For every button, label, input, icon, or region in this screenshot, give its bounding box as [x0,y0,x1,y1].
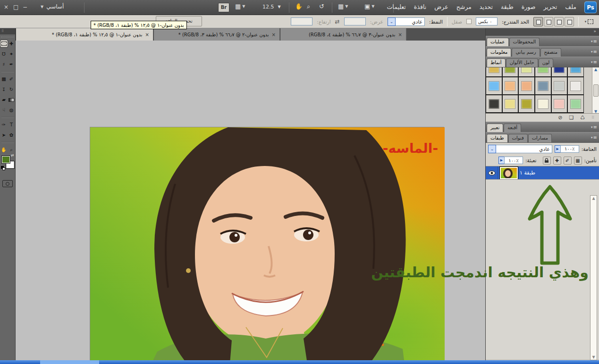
add-to-selection-button[interactable] [544,17,553,26]
lock-pixels-button[interactable]: ✐ [564,157,572,165]
hand-tool-button[interactable]: ✋ [295,3,303,10]
foreground-color-swatch[interactable] [1,156,10,164]
slider-arrow-icon[interactable]: ▶ [498,157,504,164]
fill-field[interactable]: ٪١٠٠ ▶ [498,157,523,164]
panel-menu-button[interactable]: ▾ ≡ [591,39,597,44]
layer-visibility-toggle[interactable] [486,166,498,180]
view-extras-button[interactable]: ▦ ▼ [235,3,245,10]
style-select[interactable]: عادي ⌄ [388,17,425,26]
style-swatch[interactable] [535,95,551,113]
close-tab-icon[interactable]: × [272,32,276,37]
clear-style-button[interactable]: ⊘ [558,115,562,121]
style-swatch[interactable] [567,67,584,77]
style-swatch[interactable] [535,77,551,95]
style-swatch[interactable] [486,95,502,113]
info-histogram-navigator-tab-1[interactable]: رسم بياني [512,48,540,57]
close-tab-icon[interactable]: × [145,32,149,37]
collapse-panels-button[interactable]: » [486,28,599,36]
adjustments-masks-tab-0[interactable]: تعيير [487,124,503,132]
layers-tab-0[interactable]: طبقات [487,134,508,142]
scrollbar-thumb[interactable] [593,84,599,97]
slider-arrow-icon[interactable]: ▶ [555,145,560,153]
eyedropper-tool[interactable]: ✒ [8,61,15,68]
document-tab-1[interactable]: × بدون عنوان-١ @ ١٢٫٥ % (طبقة ١، RGB/8) … [16,28,153,41]
rotate-view-button[interactable]: ↺ [319,3,324,10]
brush-tool[interactable]: ✐ [8,75,15,83]
style-swatch[interactable] [518,67,535,77]
workspace-switcher[interactable]: أساسي ▼ [41,3,64,10]
quick-selection-tool[interactable]: ✦ [8,50,15,58]
style-swatch[interactable] [567,113,584,113]
clone-stamp-tool[interactable]: ↧ [0,86,8,93]
style-swatch[interactable] [551,95,568,113]
close-tab-icon[interactable]: × [398,32,402,37]
swap-colors-icon[interactable]: ⇄ [11,153,14,157]
toolbox-header[interactable]: ⠿ [0,28,15,34]
document-tab-2[interactable]: × بدون عنوان-٢ @ ٦٦٫٧ % (طبقة ٣، RGB/8) … [153,28,280,41]
zoom-tool-button[interactable]: ⌕ [307,3,310,10]
menu-item-0[interactable]: ملف [565,3,576,10]
width-input[interactable] [344,17,366,25]
menu-item-7[interactable]: نافذة [414,3,426,10]
delete-style-button[interactable]: ♺ [580,115,585,121]
style-swatch[interactable] [535,67,551,77]
layer-name[interactable]: طبقة ١ [520,170,535,176]
styles-swatches-color-tab-0[interactable]: أنماط [487,58,506,67]
style-swatch[interactable] [518,77,535,95]
style-swatch[interactable] [502,95,519,113]
chevron-down-icon[interactable]: ⌄ [488,145,496,153]
actions-history-tab-1[interactable]: المحفوظات [509,38,540,46]
menu-item-8[interactable]: تعليمات [387,3,406,10]
lock-transparency-button[interactable]: ▦ [574,157,582,165]
layers-scrollbar[interactable]: ▲ ▼ [590,195,597,360]
new-style-button[interactable]: ❏ [569,115,574,121]
layer-row[interactable]: طبقة ١ [486,166,599,179]
photo-document[interactable]: -الماسه- [90,127,444,363]
lock-position-button[interactable]: ✚ [553,157,561,165]
panel-menu-button[interactable]: ▾ ≡ [591,124,597,130]
height-input[interactable] [291,17,312,25]
default-colors-icon[interactable] [1,166,6,171]
chevron-down-icon[interactable]: ⌄ [388,17,396,26]
crop-tool[interactable]: ♯ [0,61,8,68]
swap-dimensions-icon[interactable]: ⇄ [335,18,340,25]
hand-tool[interactable]: ✋ [0,146,8,153]
style-swatch[interactable] [486,67,502,77]
rectangular-marquee-tool[interactable] [0,40,8,47]
tool-preset-picker[interactable]: ▾ [583,17,595,26]
layer-thumbnail[interactable] [500,167,518,179]
history-brush-tool[interactable]: ↻ [8,86,15,93]
panel-menu-button[interactable]: ▾ ≡ [591,135,597,140]
antialias-checkbox[interactable] [466,19,472,24]
subtract-from-selection-button[interactable] [554,17,564,26]
style-swatch[interactable] [502,67,519,77]
panel-menu-button[interactable]: ▾ ≡ [591,49,597,54]
panel-menu-button[interactable]: ▾ ≡ [591,59,597,65]
path-selection-tool[interactable]: ➤ [0,132,8,139]
menu-item-4[interactable]: تحديد [480,3,493,10]
style-swatch[interactable] [535,113,551,113]
minimize-window-icon[interactable]: − [23,4,27,10]
pen-tool[interactable]: ✑ [0,121,8,128]
style-swatch[interactable] [567,77,584,95]
dodge-tool[interactable]: ◍ [8,107,15,114]
layers-tab-1[interactable]: قنوات [508,134,528,142]
scroll-down-icon[interactable]: ▼ [592,355,595,359]
style-swatch[interactable] [518,95,535,113]
lasso-tool[interactable]: ℧ [0,50,8,58]
styles-swatches-color-tab-1[interactable]: حامل الألوان [506,58,538,67]
type-tool[interactable]: T [8,121,15,128]
scroll-up-icon[interactable]: ▲ [592,196,595,200]
style-swatch[interactable] [486,77,502,95]
menu-item-1[interactable]: تحرير [543,3,557,10]
eraser-tool[interactable]: ▰ [0,96,8,103]
style-swatch[interactable] [567,95,584,113]
canvas-area[interactable]: -الماسه- [16,41,485,360]
zoom-level-field[interactable]: 12.5 ▼ [262,4,281,10]
quick-mask-button[interactable] [2,180,13,187]
zoom-tool[interactable]: ⌕ [8,146,15,153]
bridge-button[interactable]: Br [218,3,229,12]
custom-shape-tool[interactable]: ✿ [8,132,15,139]
style-swatch[interactable] [502,77,519,95]
blend-mode-select[interactable]: عادي ⌄ [488,145,552,153]
